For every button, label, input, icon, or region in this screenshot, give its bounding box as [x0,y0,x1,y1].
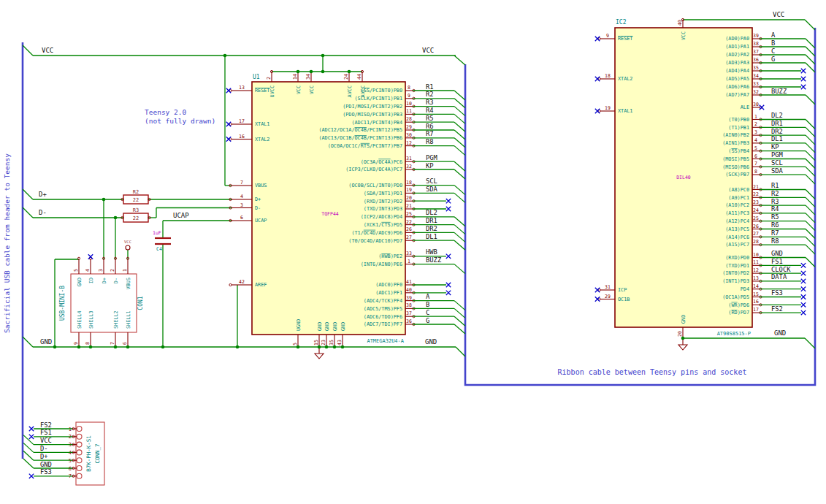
bus-entry[interactable] [806,221,815,231]
bus-entry[interactable] [806,197,815,207]
net-label-a[interactable]: A [771,31,776,39]
bus-entry[interactable] [23,443,34,452]
bus-entry[interactable] [806,229,815,239]
no-connect-x[interactable] [801,310,806,315]
bus-entry[interactable] [454,316,465,326]
no-connect-x[interactable] [801,294,806,299]
net-label-g[interactable]: G [426,317,429,324]
net-label-fs2[interactable]: FS2 [771,305,783,313]
net-label-r2[interactable]: R2 [771,190,779,197]
net-label-dl2[interactable]: DL2 [426,209,437,216]
bus-entry[interactable] [806,39,815,48]
bus-entry[interactable] [454,130,465,140]
net-label-dl1[interactable]: DL1 [771,135,783,142]
bus-entry[interactable] [806,237,815,246]
net-label-dr1[interactable]: DR1 [771,120,783,127]
bus-entry[interactable] [806,167,815,176]
net-label-scl[interactable]: SCL [771,159,783,167]
bus-entry[interactable] [454,169,465,179]
bus-entry[interactable] [454,146,465,156]
bus-entry[interactable] [806,175,815,184]
net-label-ucap[interactable]: UCAP [173,212,189,219]
bus-entry[interactable] [23,189,33,199]
net-label-fs1[interactable]: FS1 [771,258,783,265]
no-connect-x[interactable] [88,254,93,259]
net-label-scl[interactable]: SCL [426,177,437,185]
net-label-d-[interactable]: D- [40,445,48,452]
net-label-g[interactable]: G [771,56,775,63]
no-connect-x[interactable] [801,287,806,291]
no-connect-x[interactable] [801,271,806,275]
net-label-r8[interactable]: R8 [426,138,434,145]
net-label-vcc[interactable]: VCC [40,437,52,444]
no-connect-x[interactable] [801,77,806,81]
net-label-sda[interactable]: SDA [771,167,784,175]
bus-entry[interactable] [454,107,465,116]
no-connect-x[interactable] [29,474,34,478]
net-label-r6[interactable]: R6 [771,221,779,229]
bus-entry[interactable] [454,161,465,171]
net-label-pgm[interactable]: PGM [771,151,783,159]
bus-entry[interactable] [454,138,465,148]
no-connect-x[interactable] [801,263,806,267]
no-connect-x[interactable] [801,69,806,73]
net-label-vcc-right-u1[interactable]: VCC [422,47,434,54]
no-connect-x[interactable] [446,199,451,203]
net-label-fs3[interactable]: FS3 [40,468,52,476]
bus-entry[interactable] [454,240,465,250]
net-label-b[interactable]: B [771,39,775,47]
bus-entry[interactable] [806,47,815,56]
bus-entry[interactable] [454,99,465,108]
bus-entry[interactable] [806,190,815,199]
net-label-dr2[interactable]: DR2 [426,225,437,232]
net-label-sda[interactable]: SDA [426,186,438,193]
bus-entry[interactable] [454,91,465,100]
net-label-r1[interactable]: R1 [426,83,434,91]
net-label-r4[interactable]: R4 [426,107,434,114]
no-connect-x[interactable] [446,291,451,295]
gnd-power-symbol[interactable] [315,347,324,359]
bus-entry[interactable] [806,55,815,64]
bus-entry[interactable] [806,258,815,267]
net-label-r7[interactable]: R7 [771,229,779,237]
bus-entry[interactable] [454,217,465,226]
net-label-fs2[interactable]: FS2 [40,421,52,429]
no-connect-x[interactable] [595,288,600,292]
bus-entry[interactable] [454,324,465,334]
bus-entry[interactable] [23,459,34,468]
net-label-d-plus[interactable]: D+ [39,191,47,198]
bus-entry[interactable] [806,63,815,72]
bus-entry[interactable] [454,122,465,131]
net-label-r5[interactable]: R5 [426,115,434,122]
no-connect-x[interactable] [226,137,231,141]
gnd-power-symbol[interactable] [678,338,687,350]
bus-entry[interactable] [806,127,815,137]
no-connect-x[interactable] [760,105,764,110]
net-label-vcc-ic2[interactable]: VCC [773,11,784,18]
no-connect-x[interactable] [595,77,600,81]
net-label-r5[interactable]: R5 [771,213,779,221]
net-label-a[interactable]: A [426,293,430,300]
net-label-r6[interactable]: R6 [426,123,434,130]
net-label-b[interactable]: B [426,301,429,308]
net-label-dr2[interactable]: DR2 [771,128,783,135]
bus-entry[interactable] [805,20,815,30]
bus-entry[interactable] [454,193,465,202]
net-label-pgm[interactable]: PGM [426,154,437,161]
no-connect-x[interactable] [446,254,451,259]
net-label-dr1[interactable]: DR1 [426,217,437,224]
net-label-d-minus[interactable]: D- [39,209,47,216]
bus-entry[interactable] [23,45,33,56]
bus-entry[interactable] [454,264,465,274]
net-label-r3[interactable]: R3 [771,198,779,205]
no-connect-x[interactable] [595,37,600,41]
no-connect-x[interactable] [595,109,600,113]
bus-entry[interactable] [806,213,815,223]
net-label-r2[interactable]: R2 [426,91,434,98]
bus-entry[interactable] [806,205,815,215]
bus-entry[interactable] [806,95,815,104]
net-label-c[interactable]: C [771,47,775,55]
net-label-data[interactable]: DATA [771,273,787,280]
net-label-gnd-ic2[interactable]: GND [774,329,786,337]
net-label-r4[interactable]: R4 [771,205,779,213]
